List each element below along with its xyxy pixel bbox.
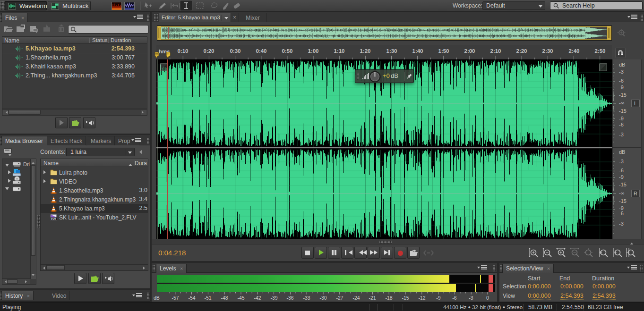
- svg-text:-48: -48: [221, 295, 228, 301]
- svg-text:-6: -6: [452, 295, 456, 301]
- svg-text:-42: -42: [254, 295, 261, 301]
- svg-text:-15: -15: [402, 295, 409, 301]
- svg-text:-39: -39: [270, 295, 277, 301]
- svg-text:-3: -3: [469, 295, 473, 301]
- svg-text:FLV: FLV: [52, 218, 56, 220]
- svg-text:Dri: Dri: [23, 161, 30, 167]
- svg-text:-36: -36: [286, 295, 293, 301]
- svg-text:-21: -21: [369, 295, 376, 301]
- svg-text:-24: -24: [352, 295, 360, 301]
- svg-text:0: 0: [486, 295, 489, 301]
- svg-text:-33: -33: [303, 295, 310, 301]
- svg-text:-30: -30: [319, 295, 326, 301]
- svg-text:dB: dB: [154, 295, 160, 301]
- svg-text:-12: -12: [418, 295, 425, 301]
- svg-text:-51: -51: [204, 295, 211, 301]
- svg-text:-18: -18: [385, 295, 392, 301]
- svg-text:-27: -27: [336, 295, 343, 301]
- svg-text:-54: -54: [188, 295, 195, 301]
- svg-text:-45: -45: [237, 295, 244, 301]
- svg-text:-57: -57: [172, 295, 179, 301]
- svg-text:-9: -9: [436, 295, 440, 301]
